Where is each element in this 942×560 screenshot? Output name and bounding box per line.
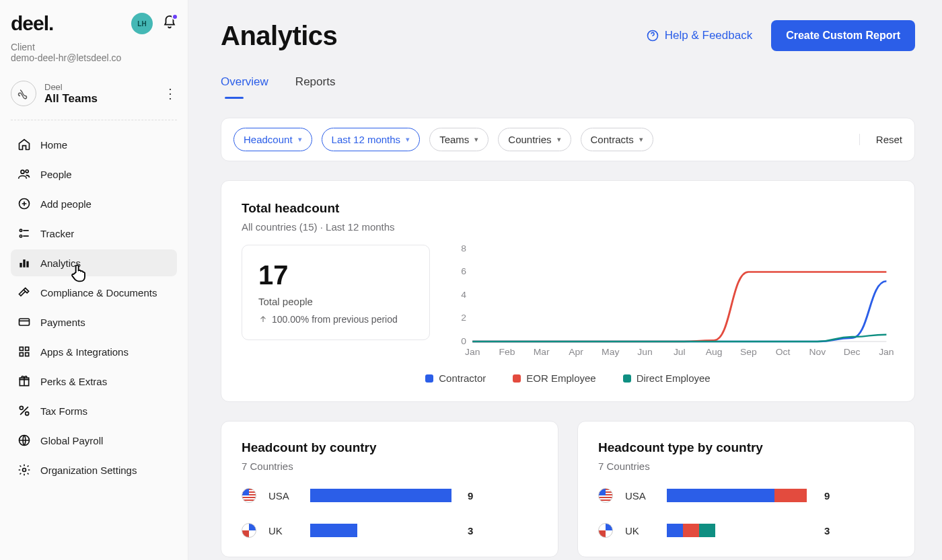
country-label: USA [625,490,655,502]
bar-track [310,489,451,502]
bar-segment [699,524,715,537]
sidebar-item-label: Analytics [40,257,81,269]
help-feedback-link[interactable]: Help & Feedback [646,29,752,42]
bar-value: 3 [824,525,830,536]
help-circle-icon [646,29,659,42]
sidebar-item-add-people[interactable]: Add people [11,190,177,217]
sidebar-item-tax[interactable]: Tax Forms [11,397,177,424]
svg-text:Jun: Jun [637,348,652,357]
org-name: Deel [44,82,98,92]
plus-circle-icon [17,197,31,210]
percent-icon [17,404,31,417]
filter-countries[interactable]: Countries▾ [498,128,571,151]
country-row: UK3 [598,523,894,538]
globe-icon [17,434,31,447]
bar-value: 9 [468,490,473,502]
sidebar-item-people[interactable]: People [11,161,177,188]
swatch-icon [623,374,631,383]
card-title: Headcount by country [242,440,538,455]
card-title: Total headcount [242,201,894,216]
client-label: Client [11,42,177,52]
svg-text:Oct: Oct [776,348,791,357]
bar-segment [774,489,807,502]
chevron-down-icon: ▾ [557,135,561,144]
sidebar: deel. LH Client demo-deel-hr@letsdeel.co… [0,0,188,560]
svg-point-15 [26,412,29,415]
svg-text:Nov: Nov [809,348,826,357]
stat-value: 17 [258,260,413,290]
sidebar-item-perks[interactable]: Perks & Extras [11,368,177,395]
hammer-icon [17,286,31,299]
sidebar-item-payroll[interactable]: Global Payroll [11,427,177,454]
sidebar-item-label: Organization Settings [40,465,137,476]
sidebar-item-home[interactable]: Home [11,131,177,158]
flag-icon [598,523,613,538]
svg-text:May: May [602,348,620,357]
sidebar-item-label: Global Payroll [40,435,103,446]
svg-point-4 [20,235,22,237]
sidebar-item-compliance[interactable]: Compliance & Documents [11,279,177,306]
card-subtitle: All countries (15) · Last 12 months [242,221,894,233]
sidebar-item-label: Perks & Extras [40,376,107,387]
brand-logo: deel. [11,12,53,35]
stat-box: 17 Total people 100.00% from previous pe… [242,245,430,340]
svg-rect-7 [26,262,28,268]
svg-text:Dec: Dec [844,348,861,357]
filter-contracts[interactable]: Contracts▾ [581,128,653,151]
bar-track [667,524,808,537]
filters-reset[interactable]: Reset [859,134,902,145]
svg-point-0 [21,170,24,173]
notifications-button[interactable] [162,15,177,32]
svg-point-1 [26,170,28,173]
legend-eor: EOR Employee [513,372,595,384]
team-menu-button[interactable]: ⋮ [164,85,177,102]
svg-rect-5 [20,263,22,268]
svg-text:Jul: Jul [674,348,686,357]
svg-text:0: 0 [461,337,466,346]
sidebar-item-apps[interactable]: Apps & Integrations [11,338,177,365]
sidebar-item-payments[interactable]: Payments [11,309,177,335]
bar-value: 3 [468,525,473,536]
swatch-icon [513,374,521,383]
sidebar-item-tracker[interactable]: Tracker [11,220,177,247]
country-label: UK [625,525,655,536]
page-title: Analytics [221,21,337,51]
gear-icon [17,463,31,477]
chart-legend: Contractor EOR Employee Direct Employee [242,372,894,384]
sidebar-item-analytics[interactable]: Analytics [11,249,177,276]
legend-contractor: Contractor [425,372,486,384]
tab-overview[interactable]: Overview [221,75,268,98]
filter-period[interactable]: Last 12 months▾ [322,128,421,151]
stat-change: 100.00% from previous period [258,314,413,325]
avatar[interactable]: LH [131,13,153,34]
team-scope-icon [11,81,36,106]
svg-rect-8 [20,319,30,325]
bar-segment [667,489,774,502]
swatch-icon [425,374,433,383]
headcount-type-by-country-card: Headcount type by country 7 Countries US… [577,421,915,557]
svg-text:Jan: Jan [465,348,480,357]
tracker-icon [17,227,31,240]
tab-reports[interactable]: Reports [295,75,336,98]
filter-teams[interactable]: Teams▾ [429,128,488,151]
client-email: demo-deel-hr@letsdeel.co [11,52,177,63]
bar-segment [310,489,451,502]
sidebar-item-org-settings[interactable]: Organization Settings [11,456,177,483]
nav: Home People Add people Tracker Analytics… [11,131,177,483]
sidebar-item-label: Tracker [40,228,74,239]
create-custom-report-button[interactable]: Create Custom Report [771,20,915,51]
home-icon [17,138,31,151]
svg-rect-11 [20,353,23,356]
country-label: UK [268,525,298,536]
card-subtitle: 7 Countries [242,461,538,472]
flag-icon [598,488,613,503]
filter-headcount[interactable]: Headcount▾ [233,128,312,151]
chevron-down-icon: ▾ [474,135,478,144]
svg-text:Mar: Mar [534,348,550,357]
svg-text:Apr: Apr [569,348,583,357]
svg-text:4: 4 [461,290,466,300]
analytics-icon [17,256,31,270]
bar-segment [310,524,357,537]
chevron-down-icon: ▾ [406,135,410,144]
flag-icon [242,488,256,503]
